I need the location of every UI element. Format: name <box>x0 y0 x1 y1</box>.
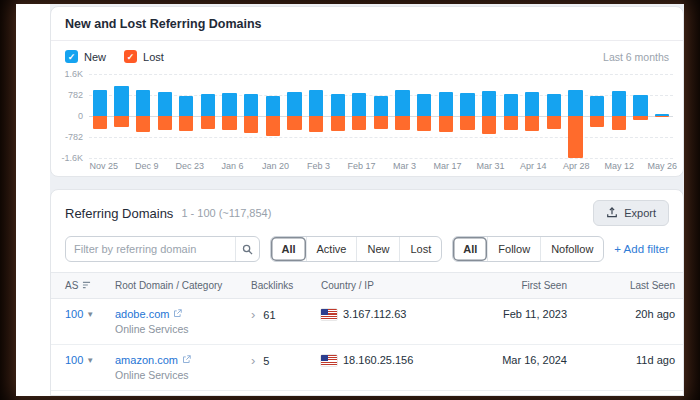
new-bar[interactable] <box>504 94 518 116</box>
table-row[interactable]: 100▼amazon.comOnline Services›518.160.25… <box>51 345 683 391</box>
add-filter-button[interactable]: + Add filter <box>614 243 669 255</box>
new-bar[interactable] <box>395 90 409 116</box>
lost-bar[interactable] <box>417 116 431 131</box>
new-bar[interactable] <box>460 93 474 116</box>
new-bar[interactable] <box>568 90 582 116</box>
result-range-label: 1 - 100 (~117,854) <box>181 207 271 219</box>
new-bar[interactable] <box>374 96 388 116</box>
lost-bar[interactable] <box>395 116 409 130</box>
chevron-down-icon[interactable]: ▼ <box>86 310 94 319</box>
domain-link[interactable]: amazon.com <box>115 354 178 366</box>
table-row[interactable]: 100▼apple.comOnline ServicesNofollow›123… <box>51 391 683 396</box>
lost-bar[interactable] <box>439 116 453 132</box>
status-filter-new[interactable]: New <box>356 237 399 261</box>
lost-bar[interactable] <box>309 116 323 132</box>
as-number-link[interactable]: 100 <box>65 308 83 320</box>
new-bar[interactable] <box>331 94 345 116</box>
new-bar[interactable] <box>547 94 561 116</box>
lost-bar[interactable] <box>482 116 496 134</box>
column-header-country-ip[interactable]: Country / IP <box>313 273 463 298</box>
bar-group <box>500 74 522 158</box>
new-bar[interactable] <box>179 96 193 116</box>
new-bar[interactable] <box>287 92 301 116</box>
table-row[interactable]: 100▼adobe.comOnline Services›613.167.112… <box>51 299 683 345</box>
domain-link[interactable]: adobe.com <box>115 308 169 320</box>
bar-group <box>370 74 392 158</box>
external-link-icon[interactable] <box>173 308 182 320</box>
bar-group <box>413 74 435 158</box>
lost-bar[interactable] <box>287 116 301 130</box>
lost-bar[interactable] <box>93 116 107 129</box>
lost-bar[interactable] <box>374 116 388 129</box>
lost-bar[interactable] <box>244 116 258 133</box>
new-bar[interactable] <box>612 91 626 116</box>
follow-filter-all[interactable]: All <box>453 237 487 261</box>
lost-bar[interactable] <box>222 116 236 130</box>
new-bar[interactable] <box>158 92 172 116</box>
column-header-as[interactable]: AS <box>51 273 107 298</box>
follow-filter-follow[interactable]: Follow <box>487 237 540 261</box>
new-bar[interactable] <box>136 90 150 116</box>
lost-bar[interactable] <box>547 116 561 129</box>
search-icon[interactable] <box>235 237 259 261</box>
column-header-last-seen[interactable]: Last Seen <box>575 273 683 298</box>
expand-row-icon[interactable]: › <box>251 308 255 321</box>
sort-icon[interactable] <box>82 280 91 291</box>
lost-bar[interactable] <box>568 116 582 158</box>
bar-group <box>305 74 327 158</box>
status-filter-all[interactable]: All <box>271 237 305 261</box>
lost-bar[interactable] <box>114 116 128 127</box>
new-bar[interactable] <box>417 94 431 116</box>
lost-bar[interactable] <box>201 116 215 129</box>
bar-series <box>89 74 673 158</box>
new-bar[interactable] <box>525 92 539 116</box>
new-bar[interactable] <box>222 93 236 116</box>
domain-filter-input[interactable] <box>66 243 235 255</box>
lost-bar[interactable] <box>612 116 626 130</box>
x-tick-label: Dec 9 <box>135 161 159 171</box>
new-bar[interactable] <box>439 92 453 116</box>
status-filter-active[interactable]: Active <box>306 237 357 261</box>
lost-bar[interactable] <box>460 116 474 130</box>
lost-bar[interactable] <box>158 116 172 130</box>
backlinks-cell: ›61 <box>243 308 313 321</box>
as-number-link[interactable]: 100 <box>65 354 83 366</box>
column-header-root-domain-category[interactable]: Root Domain / Category <box>107 273 243 298</box>
status-filter-lost[interactable]: Lost <box>399 237 441 261</box>
new-bar[interactable] <box>114 86 128 116</box>
new-bar[interactable] <box>482 91 496 116</box>
new-bar[interactable] <box>633 95 647 116</box>
new-bar[interactable] <box>244 94 258 116</box>
lost-bar[interactable] <box>331 116 345 131</box>
checkbox-lost-icon[interactable]: ✓ <box>124 50 137 63</box>
column-header-backlinks[interactable]: Backlinks <box>243 273 313 298</box>
lost-bar[interactable] <box>266 116 280 136</box>
lost-bar[interactable] <box>655 116 669 117</box>
bar-group <box>262 74 284 158</box>
new-bar[interactable] <box>266 96 280 116</box>
lost-bar[interactable] <box>504 116 518 130</box>
country-ip-cell: 18.160.25.156 <box>313 354 463 366</box>
follow-filter-nofollow[interactable]: Nofollow <box>540 237 603 261</box>
table-body: 100▼adobe.comOnline Services›613.167.112… <box>51 299 683 396</box>
follow-filter-group: AllFollowNofollow <box>452 236 604 262</box>
legend-item-new[interactable]: ✓ New <box>65 50 106 63</box>
chevron-down-icon[interactable]: ▼ <box>86 356 94 365</box>
new-bar[interactable] <box>201 94 215 116</box>
column-header-first-seen[interactable]: First Seen <box>463 273 575 298</box>
lost-bar[interactable] <box>136 116 150 132</box>
lost-bar[interactable] <box>525 116 539 131</box>
new-bar[interactable] <box>309 90 323 116</box>
legend-item-lost[interactable]: ✓ Lost <box>124 50 164 63</box>
external-link-icon[interactable] <box>182 354 191 366</box>
checkbox-new-icon[interactable]: ✓ <box>65 50 78 63</box>
export-button[interactable]: Export <box>593 200 669 226</box>
new-bar[interactable] <box>93 90 107 116</box>
new-bar[interactable] <box>590 96 604 116</box>
lost-bar[interactable] <box>179 116 193 131</box>
lost-bar[interactable] <box>633 116 647 120</box>
lost-bar[interactable] <box>352 116 366 130</box>
lost-bar[interactable] <box>590 116 604 127</box>
expand-row-icon[interactable]: › <box>251 354 255 367</box>
new-bar[interactable] <box>352 93 366 116</box>
